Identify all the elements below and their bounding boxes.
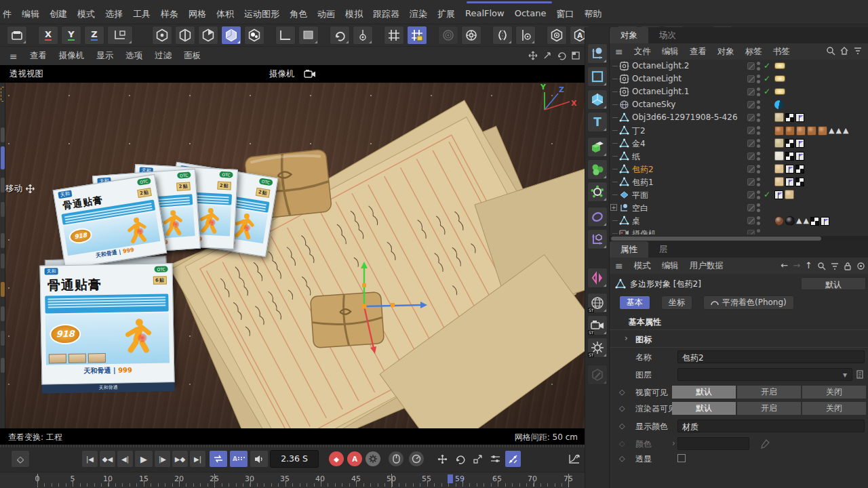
object-row[interactable]: 摄像机 — [610, 227, 868, 235]
menu-edit[interactable]: 编辑 — [22, 8, 39, 20]
light-tag[interactable] — [774, 88, 785, 95]
edges-mode-button[interactable] — [175, 26, 195, 45]
next-frame-button[interactable]: |▶ — [154, 450, 171, 468]
record-rotation-toggle[interactable] — [452, 450, 469, 468]
material-tag[interactable] — [774, 138, 784, 148]
attr-menu-edit[interactable]: 编辑 — [662, 260, 679, 272]
layer-toggle[interactable] — [747, 75, 755, 83]
object-name[interactable]: OctaneLight.1 — [632, 87, 690, 96]
om-menu-edit[interactable]: 编辑 — [662, 46, 679, 58]
menu-simulate[interactable]: 模拟 — [345, 8, 363, 20]
selection-tag[interactable]: ▲ — [796, 216, 802, 226]
menu-volume[interactable]: 体积 — [216, 8, 234, 20]
lock-z-button[interactable]: Z — [84, 26, 104, 45]
sky-tag[interactable] — [774, 100, 783, 109]
object-row[interactable]: 丁2 ▲ ▲ ▲ — [610, 124, 868, 137]
om-menu-tags[interactable]: 标签 — [745, 46, 762, 58]
selection-tag[interactable]: ▲ — [835, 125, 841, 136]
next-key-button[interactable]: ▶◆ — [172, 450, 189, 468]
material-tag[interactable] — [774, 216, 784, 226]
dropdown-arrow-icon[interactable]: ▾ — [843, 370, 847, 380]
checker-tag[interactable] — [785, 139, 794, 148]
grid-lock-button[interactable] — [407, 26, 427, 45]
layer-toggle[interactable] — [747, 204, 755, 211]
symmetry-butterfly-button[interactable] — [492, 26, 513, 45]
goto-end-button[interactable]: ▶| — [189, 450, 206, 468]
sky-object-button[interactable]: ST — [587, 293, 608, 313]
material-tag[interactable] — [785, 126, 795, 136]
null-object-button[interactable] — [587, 43, 608, 64]
effector-gear-button[interactable] — [587, 182, 608, 202]
checker-tag[interactable] — [810, 217, 819, 226]
menu-mesh[interactable]: 网格 — [189, 8, 206, 20]
tab-layers[interactable]: 层 — [648, 241, 679, 258]
target-gear-button[interactable] — [461, 26, 481, 45]
layer-toggle[interactable] — [747, 101, 755, 108]
tab-basic[interactable]: 基本 — [619, 296, 650, 310]
enabled-check-icon[interactable]: ✓ — [764, 61, 773, 70]
object-row[interactable]: 桌 ▲ ▲ — [610, 214, 868, 227]
menu-mode[interactable]: 模式 — [77, 8, 95, 20]
filter-icon[interactable] — [853, 46, 863, 56]
flag-tag[interactable] — [774, 190, 783, 199]
target-icon[interactable] — [856, 262, 865, 270]
material-tag[interactable] — [807, 126, 816, 136]
record-position-toggle[interactable] — [434, 450, 451, 468]
object-name[interactable]: 包药1 — [632, 177, 654, 188]
object-row[interactable]: 金4 — [610, 137, 868, 150]
record-keyframe-button[interactable]: ◆ — [329, 451, 344, 466]
object-name[interactable]: 纸 — [632, 151, 640, 163]
material-tag[interactable] — [785, 216, 795, 226]
tab-objects[interactable]: 对象 — [610, 27, 648, 43]
visibility-dots[interactable] — [757, 216, 761, 225]
menu-file[interactable]: 件 — [3, 8, 12, 20]
sound-button[interactable] — [250, 450, 269, 468]
workplane-button[interactable] — [298, 26, 319, 45]
object-name[interactable]: 金4 — [632, 138, 646, 150]
selection-tag[interactable]: ▲ — [843, 125, 848, 136]
anim-diamond-icon[interactable]: ◇ — [619, 454, 625, 463]
vis-off-button[interactable]: 关闭 — [802, 386, 866, 399]
record-scale-toggle[interactable] — [469, 450, 486, 468]
object-name[interactable]: OctaneLight — [632, 74, 682, 83]
anim-diamond-icon[interactable]: ◇ — [619, 388, 625, 396]
hex-visibility-button[interactable] — [547, 26, 567, 45]
om-hamburger-icon[interactable]: ≡ — [615, 46, 623, 57]
visibility-dots[interactable] — [757, 152, 761, 161]
menu-create[interactable]: 创建 — [50, 8, 67, 20]
layer-dropdown[interactable] — [677, 368, 852, 381]
history-forward-icon[interactable]: → — [793, 260, 800, 270]
object-name[interactable]: 空白 — [632, 203, 648, 214]
subdivision-surface-button[interactable] — [587, 137, 608, 157]
coordinate-system-button[interactable] — [107, 26, 133, 45]
object-row[interactable]: 包药1 — [610, 176, 868, 188]
cube-primitive-button[interactable] — [587, 89, 608, 110]
target-dim-button[interactable] — [438, 26, 458, 45]
visibility-dots[interactable] — [757, 139, 761, 148]
polygons-mode-button[interactable] — [198, 26, 218, 45]
object-name[interactable]: 平面 — [632, 190, 648, 201]
light-object-button[interactable]: ST — [587, 338, 608, 358]
layer-browse-icon[interactable] — [856, 370, 865, 379]
bend-deformer-button[interactable] — [587, 207, 608, 227]
object-row[interactable]: Obj3d66-12971908-5-426 — [610, 111, 868, 124]
vpmenu-options[interactable]: 选项 — [125, 50, 142, 62]
viewport-title[interactable]: 透视视图 — [9, 68, 43, 80]
menu-realflow[interactable]: RealFlow — [465, 8, 505, 20]
visibility-dots[interactable] — [757, 190, 761, 199]
loop-playback-button[interactable] — [209, 450, 228, 468]
lock-icon[interactable] — [844, 262, 852, 270]
object-row[interactable]: OctaneLight ✓ — [610, 73, 868, 85]
menu-select[interactable]: 选择 — [105, 8, 123, 20]
prev-key-button[interactable]: ◆◀ — [99, 450, 116, 468]
solo-button[interactable] — [7, 26, 27, 45]
selection-tag[interactable]: ▲ — [829, 125, 834, 136]
attr-menu-userdata[interactable]: 用户数据 — [690, 260, 724, 272]
attr-menu-mode[interactable]: 模式 — [634, 260, 651, 272]
model-mode-button[interactable] — [221, 26, 241, 45]
playback-rate-button[interactable] — [409, 451, 424, 466]
search-icon[interactable] — [817, 262, 826, 270]
visibility-dots[interactable] — [757, 100, 761, 109]
display-color-dropdown[interactable]: 材质 — [677, 420, 865, 432]
enabled-check-icon[interactable]: ✓ — [764, 74, 773, 83]
